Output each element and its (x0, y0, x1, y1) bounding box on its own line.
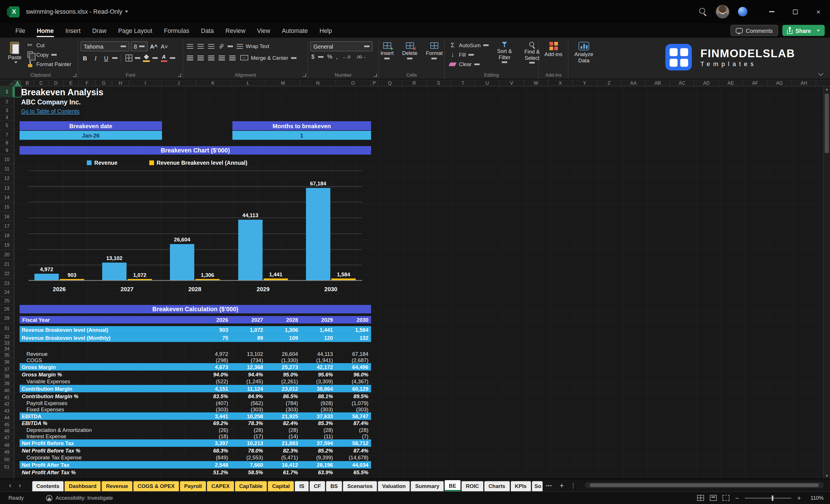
zoom-level[interactable]: 110% (807, 495, 824, 501)
sheet-tab-cogs-opex[interactable]: COGS & OPEX (133, 481, 179, 491)
row-header-50[interactable]: 50 (0, 456, 14, 463)
value-cell[interactable]: 95.6% (300, 371, 336, 377)
row-header-29[interactable]: 29 (0, 314, 14, 323)
value-cell[interactable]: 4,972 (196, 351, 231, 356)
increase-indent-button[interactable] (228, 53, 236, 62)
fiscal-year-2029[interactable]: 2029 (300, 317, 336, 323)
value-cell[interactable]: 23,012 (266, 385, 300, 391)
value-cell[interactable]: 85.3% (300, 420, 336, 426)
value-cell[interactable]: 4,151 (196, 385, 231, 391)
format-cells-button[interactable]: Format (422, 40, 446, 62)
value-cell[interactable]: 7,660 (231, 462, 266, 468)
grow-font-button[interactable]: A^ (149, 42, 158, 51)
table-row-net-profit-before-tax[interactable]: Net Profit Before Tax %68.3%78.0%82.3%85… (20, 447, 371, 454)
value-cell[interactable]: 120 (300, 335, 336, 341)
table-row-revenue-breakeven-level-annual[interactable]: Revenue Breakeven level (Annual)9031,072… (20, 326, 371, 334)
column-header-AB[interactable]: AB (646, 80, 670, 86)
sheet-tab-scenarios[interactable]: Scenarios (343, 481, 377, 491)
table-row-contribution-margin[interactable]: Contribution Margin %83.5%84.9%86.5%88.1… (20, 392, 371, 400)
row-header-2[interactable]: 2 (0, 98, 14, 106)
fiscal-year-2026[interactable]: 2026 (196, 317, 231, 323)
months-to-breakeven-value[interactable]: 1 (232, 131, 371, 139)
sheet-tab-valuation[interactable]: Valuation (378, 481, 410, 491)
table-row-ebitda[interactable]: EBITDA3,44110,25821,92537,63358,747 (20, 412, 371, 420)
maximize-button[interactable] (784, 0, 806, 23)
globe-icon[interactable] (738, 7, 747, 16)
table-row-cogs[interactable]: COGS(298)(734)(1,330)(1,941)(2,687) (20, 357, 371, 363)
cut-button[interactable]: ✂Cut (24, 40, 73, 50)
row-header-42[interactable]: 42 (0, 401, 14, 407)
align-middle-button[interactable] (196, 41, 205, 50)
underline-button[interactable]: U (101, 54, 110, 62)
column-header-S[interactable]: S (427, 80, 451, 86)
decrease-indent-button[interactable] (217, 53, 226, 62)
insert-cells-button[interactable]: Insert (377, 40, 397, 62)
sheet-tab-cf[interactable]: CF (310, 481, 325, 491)
row-header-11[interactable]: 11 (0, 164, 14, 174)
value-cell[interactable]: 61.7% (266, 469, 300, 475)
table-of-contents-link[interactable]: Go to Table of Contents (21, 108, 79, 115)
value-cell[interactable]: (1,079) (336, 400, 371, 406)
row-header-44[interactable]: 44 (0, 414, 14, 421)
sheet-tab-bs[interactable]: BS (326, 481, 342, 491)
value-cell[interactable]: 65.5% (336, 469, 371, 475)
row-header-24[interactable]: 24 (0, 288, 14, 297)
table-row-gross-margin[interactable]: Gross Margin %94.0%94.4%95.0%95.6%96.0% (20, 371, 371, 378)
row-header-47[interactable]: 47 (0, 434, 14, 442)
clipboard-dialog-launcher[interactable] (73, 73, 76, 77)
column-header-R[interactable]: R (403, 80, 427, 86)
months-to-breakeven-header[interactable]: Months to breakeven (232, 121, 371, 130)
spreadsheet-grid[interactable]: 1234578910111213141516171819202122232425… (0, 86, 830, 478)
company-name-cell[interactable]: ABC Company Inc. (21, 98, 81, 106)
value-cell[interactable]: (1,330) (266, 357, 300, 363)
value-cell[interactable]: (784) (266, 400, 300, 406)
value-cell[interactable]: (3,309) (300, 378, 336, 384)
value-cell[interactable]: (562) (231, 400, 266, 406)
select-all-corner[interactable] (0, 80, 14, 86)
excel-app-icon[interactable]: X (8, 6, 20, 17)
comma-style-button[interactable]: , (336, 54, 338, 60)
value-cell[interactable]: 903 (196, 327, 231, 333)
value-cell[interactable]: 1,306 (266, 327, 300, 333)
row-header-13[interactable]: 13 (0, 183, 14, 192)
row-header-9[interactable]: 9 (0, 146, 14, 155)
row-header-40[interactable]: 40 (0, 387, 14, 395)
value-cell[interactable]: (303) (336, 406, 371, 412)
value-cell[interactable]: 67,184 (336, 351, 371, 356)
sheet-tab-so[interactable]: So (532, 481, 543, 491)
column-header-AC[interactable]: AC (670, 80, 695, 86)
value-cell[interactable]: (18) (196, 433, 231, 439)
font-color-button[interactable]: A (159, 54, 168, 62)
value-cell[interactable]: 86.5% (266, 393, 300, 399)
column-header-N[interactable]: N (300, 80, 336, 86)
value-cell[interactable]: 3,441 (196, 413, 231, 419)
value-cell[interactable]: (849) (196, 455, 231, 461)
page-layout-view-icon[interactable] (710, 495, 717, 501)
row-label[interactable]: Gross Margin (20, 364, 196, 370)
value-cell[interactable]: 44,034 (336, 462, 371, 468)
row-header-46[interactable]: 46 (0, 428, 14, 434)
value-cell[interactable]: 109 (266, 335, 300, 341)
value-cell[interactable]: 1,441 (300, 327, 336, 333)
row-header-37[interactable]: 37 (0, 366, 14, 373)
fiscal-year-2030[interactable]: 2030 (336, 317, 371, 323)
table-row-net-profit-after-tax[interactable]: Net Profit After Tax2,5487,66016,41228,1… (20, 461, 371, 469)
row-label[interactable]: Depreciation & Amortization (20, 427, 196, 433)
zoom-out-button[interactable]: − (735, 494, 739, 502)
vertical-scroll-thumb[interactable] (825, 94, 829, 153)
row-header-18[interactable]: 18 (0, 231, 14, 240)
collapse-ribbon-chevron-icon[interactable] (818, 71, 823, 76)
horizontal-scrollbar[interactable] (585, 482, 824, 488)
row-label[interactable]: Revenue Breakeven level (Monthly) (20, 335, 196, 341)
sheet-tab-dashboard[interactable]: Dashboard (65, 481, 101, 491)
table-row-variable-expenses[interactable]: Variable Expenses(522)(1,245)(2,261)(3,3… (20, 378, 371, 385)
fill-button[interactable]: ↓Fill (447, 50, 491, 59)
sheet-tab-charts[interactable]: Charts (484, 481, 509, 491)
delete-cells-button[interactable]: Delete (398, 40, 421, 62)
column-header-AG[interactable]: AG (768, 80, 792, 86)
row-label[interactable]: Revenue (20, 351, 196, 356)
row-header-45[interactable]: 45 (0, 421, 14, 428)
column-header-O[interactable]: O (336, 80, 371, 86)
ribbon-tab-insert[interactable]: Insert (60, 23, 86, 37)
value-cell[interactable]: (14,678) (336, 455, 371, 461)
